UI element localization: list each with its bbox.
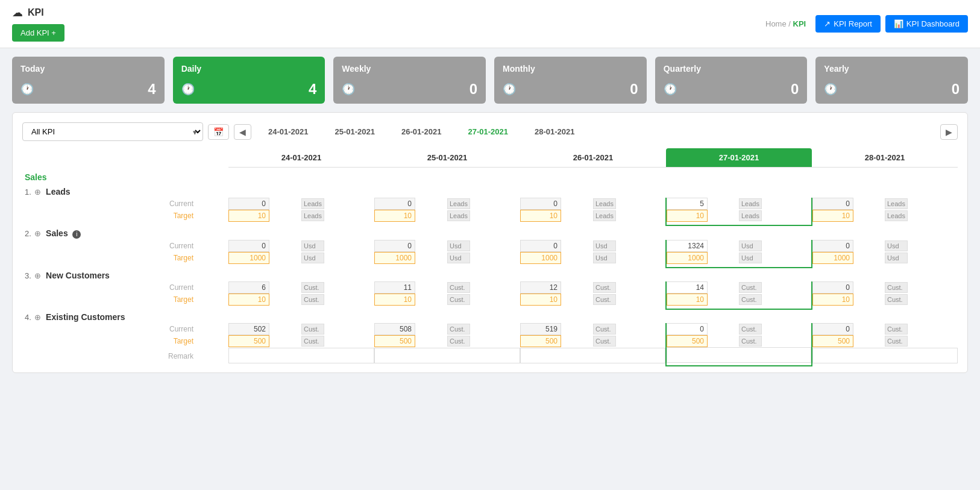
target-unit-2-4: Cust. (885, 294, 908, 305)
add-kpi-button[interactable]: Add KPI + (12, 24, 64, 42)
target-unit-3-2: Cust. (593, 336, 616, 347)
kpi-report-button[interactable]: ↗ KPI Report (815, 15, 881, 33)
period-card-label-2: Weekly (342, 64, 477, 74)
section-label: Sales (22, 168, 958, 185)
header-actions: ↗ KPI Report 📊 KPI Dashboard (815, 15, 968, 33)
breadcrumb: Home / KPI (765, 19, 806, 28)
kpi-globe-3: ⊕ (34, 313, 41, 322)
period-card-weekly[interactable]: Weekly 🕐 0 (333, 57, 486, 104)
kpi-filter-select[interactable]: All KPI (22, 122, 203, 141)
period-card-label-1: Daily (181, 64, 317, 74)
target-val-2-2: 10 (520, 294, 561, 306)
period-card-value-1: 4 (309, 81, 316, 98)
current-unit-1-4: Usd (885, 240, 908, 251)
calendar-button[interactable]: 📅 (208, 124, 229, 140)
kpi-globe-1: ⊕ (34, 229, 41, 238)
target-label-2: Target (22, 294, 197, 306)
target-val-1-4: 1000 (812, 252, 853, 264)
current-val-2-0: 6 (228, 281, 269, 294)
period-card-label-0: Today (20, 64, 156, 74)
kpi-target-row-1: Target 1000 Usd 1000 Usd 1000 Usd 1000 U… (22, 252, 958, 264)
current-unit-1-0: Usd (301, 240, 324, 251)
target-unit-1-1: Usd (447, 253, 470, 263)
remark-input-3-0[interactable] (228, 348, 374, 363)
date-header-2: 26-01-2021 (520, 148, 666, 168)
current-unit-2-2: Cust. (593, 282, 616, 293)
header-right: Home / KPI ↗ KPI Report 📊 KPI Dashboard (765, 15, 968, 33)
remark-input-3-3[interactable] (667, 347, 811, 363)
prev-date-button[interactable]: ◀ (234, 124, 251, 140)
period-card-clock-4: 🕐 (664, 83, 677, 96)
period-card-value-5: 0 (952, 81, 960, 98)
section-row: Sales (22, 168, 958, 185)
target-val-2-3: 10 (667, 294, 708, 306)
current-val-1-0: 0 (228, 240, 269, 252)
kpi-target-row-2: Target 10 Cust. 10 Cust. 10 Cust. 10 Cus… (22, 294, 958, 306)
kpi-data-table: 24-01-202125-01-202126-01-202127-01-2021… (22, 148, 958, 366)
target-val-1-0: 1000 (228, 252, 269, 264)
period-card-label-5: Yearly (824, 64, 960, 74)
target-unit-2-1: Cust. (447, 294, 470, 305)
target-label-0: Target (22, 210, 197, 222)
next-date-button[interactable]: ▶ (940, 124, 958, 140)
dates-nav: 24-01-202125-01-202126-01-202127-01-2021… (256, 124, 587, 139)
target-val-1-3: 1000 (667, 252, 708, 264)
target-unit-1-3: Usd (739, 253, 762, 263)
breadcrumb-sep: / (788, 19, 791, 28)
current-unit-2-0: Cust. (301, 282, 324, 293)
current-val-1-3: 1324 (667, 240, 708, 252)
current-val-0-4: 0 (812, 198, 853, 210)
kpi-target-row-0: Target 10 Leads 10 Leads 10 Leads 10 Lea… (22, 210, 958, 222)
kpi-index-1: 2. (25, 229, 31, 238)
current-unit-0-4: Leads (885, 198, 908, 209)
current-val-2-1: 11 (374, 281, 415, 294)
date-nav-label-1: 25-01-2021 (323, 124, 388, 139)
kpi-index-3: 4. (25, 313, 31, 322)
period-card-clock-0: 🕐 (20, 83, 34, 96)
target-unit-2-2: Cust. (593, 294, 616, 305)
date-header-3: 27-01-2021 (666, 148, 812, 168)
add-btn-row: Add KPI + (12, 24, 64, 42)
kpi-current-row-3: Current 502 Cust. 508 Cust. 519 Cust. 0 … (22, 323, 958, 335)
period-card-monthly[interactable]: Monthly 🕐 0 (494, 57, 647, 104)
period-card-clock-1: 🕐 (181, 83, 195, 96)
target-unit-3-4: Cust. (885, 336, 908, 347)
target-val-1-1: 1000 (374, 252, 415, 264)
remark-input-3-4[interactable] (812, 348, 958, 363)
current-val-2-4: 0 (812, 281, 853, 294)
current-val-3-1: 508 (374, 323, 415, 335)
content-area: Today 🕐 4 Daily 🕐 4 Weekly 🕐 0 Monthly 🕐… (0, 48, 980, 385)
current-unit-3-3: Cust. (739, 324, 762, 335)
target-val-1-2: 1000 (520, 252, 561, 264)
remark-label-3: Remark (22, 347, 197, 366)
kpi-dashboard-button[interactable]: 📊 KPI Dashboard (885, 15, 968, 33)
remark-input-3-1[interactable] (374, 348, 520, 363)
app-title: KPI (28, 7, 44, 18)
dashboard-icon: 📊 (894, 19, 903, 28)
period-card-yearly[interactable]: Yearly 🕐 0 (815, 57, 968, 104)
top-bar: ☁ KPI Add KPI + Home / KPI ↗ KPI Report … (0, 0, 980, 48)
period-card-daily[interactable]: Daily 🕐 4 (173, 57, 325, 104)
kpi-index-0: 1. (25, 187, 31, 196)
kpi-name-0: Leads (46, 187, 70, 196)
kpi-item-name-row: 4. ⊕ Existing Customers (22, 309, 958, 323)
target-unit-0-2: Leads (593, 210, 616, 221)
date-header-4: 28-01-2021 (812, 148, 958, 168)
current-unit-1-1: Usd (447, 240, 470, 251)
period-card-quarterly[interactable]: Quarterly 🕐 0 (655, 57, 808, 104)
target-val-0-3: 10 (667, 210, 708, 222)
remark-input-3-2[interactable] (520, 348, 665, 363)
target-val-0-4: 10 (812, 210, 853, 222)
current-val-1-4: 0 (812, 240, 853, 252)
target-unit-1-4: Usd (885, 253, 908, 263)
kpi-info-icon-1[interactable]: i (72, 230, 81, 239)
target-val-3-1: 500 (374, 335, 415, 347)
current-val-3-2: 519 (520, 323, 561, 335)
date-header-0: 24-01-2021 (228, 148, 374, 168)
target-unit-0-4: Leads (885, 210, 908, 221)
content-box: All KPI 📅 ◀ 24-01-202125-01-202126-01-20… (12, 112, 968, 373)
period-card-today[interactable]: Today 🕐 4 (12, 57, 165, 104)
period-card-clock-2: 🕐 (342, 83, 355, 96)
current-unit-2-4: Cust. (885, 282, 908, 293)
kpi-target-row-3: Target 500 Cust. 500 Cust. 500 Cust. 500… (22, 335, 958, 347)
